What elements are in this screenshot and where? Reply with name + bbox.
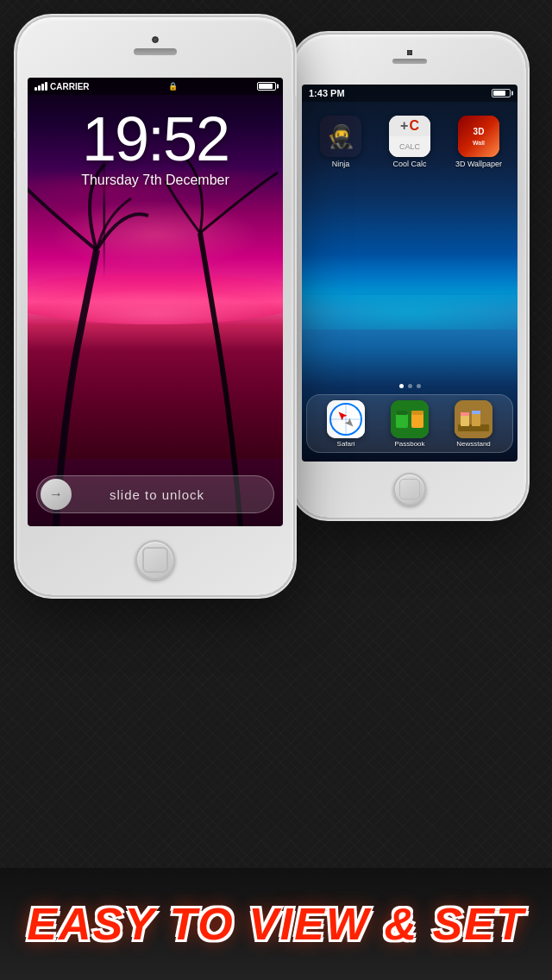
dock-newsstand-label: Newsstand	[456, 440, 491, 448]
speaker-front	[134, 48, 177, 55]
hs-battery-area	[492, 89, 511, 97]
dock-safari-icon[interactable]	[327, 400, 365, 438]
phone-shell-back: 1:43 PM 🥷 Ninja	[293, 35, 526, 518]
volume-down-button[interactable]	[14, 138, 17, 162]
power-button[interactable]	[293, 95, 297, 121]
volume-up-button[interactable]	[14, 108, 17, 132]
svg-rect-18	[461, 412, 469, 416]
dock: Safari Passbo	[306, 394, 513, 453]
dock-newsstand-icon[interactable]	[455, 400, 492, 438]
page-dot-1	[399, 384, 404, 388]
svg-text:3D: 3D	[474, 127, 485, 136]
lockscreen-time: 19:52	[28, 104, 283, 174]
app-coolcalc-wrap[interactable]: + C CALC Cool Calc	[386, 116, 434, 168]
coolcalc-inner: + C CALC	[389, 116, 430, 157]
app-3dwallpaper-label: 3D Wallpaper	[455, 160, 502, 168]
dock-passbook-wrap[interactable]: Passbook	[391, 400, 429, 448]
lockscreen-status-bar: CARRIER 🔒	[28, 78, 283, 95]
hs-battery-icon	[492, 89, 511, 97]
homescreen: 1:43 PM 🥷 Ninja	[302, 85, 518, 462]
app-coolcalc-label: Cool Calc	[392, 160, 426, 168]
app-ninja-icon[interactable]: 🥷	[320, 116, 361, 157]
app-icons-row: 🥷 Ninja + C CALC	[302, 109, 518, 175]
homescreen-screen: 1:43 PM 🥷 Ninja	[302, 85, 518, 462]
calc-bottom: CALC	[389, 136, 430, 157]
wallpaper-icon-svg: 3D Wall	[458, 116, 499, 157]
battery-fill	[259, 84, 273, 89]
lockscreen-screen: CARRIER 🔒 19:52 Thursday 7th December →	[28, 78, 283, 526]
svg-rect-12	[396, 411, 408, 415]
battery-icon	[257, 82, 276, 91]
home-button-back[interactable]	[393, 473, 426, 506]
signal-bars	[34, 82, 47, 91]
dock-safari-label: Safari	[337, 440, 355, 448]
lockscreen: CARRIER 🔒 19:52 Thursday 7th December →	[28, 78, 283, 526]
page-dot-3	[417, 384, 421, 388]
app-ninja-wrap[interactable]: 🥷 Ninja	[317, 116, 365, 168]
home-button-front[interactable]	[135, 540, 175, 580]
phone-shell-front: CARRIER 🔒 19:52 Thursday 7th December →	[17, 17, 293, 595]
hs-battery-fill	[493, 91, 505, 96]
newsstand-svg	[455, 400, 492, 438]
svg-rect-0	[458, 116, 499, 157]
home-button-inner-back	[399, 479, 420, 499]
slide-arrow: →	[41, 479, 72, 510]
app-3dwallpaper-icon[interactable]: 3D Wall	[458, 116, 499, 157]
hs-time: 1:43 PM	[309, 88, 345, 98]
homescreen-status-bar: 1:43 PM	[302, 85, 518, 102]
camera-front	[152, 36, 159, 43]
app-coolcalc-icon[interactable]: + C CALC	[389, 116, 430, 157]
lock-icon: 🔒	[168, 82, 178, 91]
home-button-inner-front	[142, 547, 168, 573]
camera-back	[407, 50, 412, 55]
dock-safari-wrap[interactable]: Safari	[327, 400, 365, 448]
ls-horizon-glow	[28, 273, 283, 324]
battery-area	[257, 82, 276, 91]
carrier-text: CARRIER	[50, 82, 90, 91]
dock-passbook-label: Passbook	[394, 440, 424, 448]
safari-svg	[327, 400, 365, 438]
svg-text:Wall: Wall	[473, 140, 485, 146]
phone-lockscreen: CARRIER 🔒 19:52 Thursday 7th December →	[17, 17, 302, 604]
ls-water	[28, 324, 283, 459]
svg-rect-13	[411, 411, 423, 415]
dock-passbook-icon[interactable]	[391, 400, 429, 438]
svg-rect-19	[472, 411, 480, 414]
carrier-signal: CARRIER	[34, 82, 90, 91]
page-dot-2	[408, 384, 412, 388]
bottom-banner: EASY TO VIEW & SET	[0, 868, 552, 980]
app-3dwallpaper-wrap[interactable]: 3D Wall 3D Wallpaper	[455, 116, 503, 168]
ninja-emoji: 🥷	[327, 123, 354, 150]
phone-top-front	[134, 36, 177, 55]
passbook-svg	[391, 400, 429, 438]
page-dots	[302, 384, 518, 388]
app-ninja-label: Ninja	[332, 160, 350, 168]
banner-text: EASY TO VIEW & SET	[27, 898, 524, 950]
lockscreen-date: Thursday 7th December	[28, 173, 283, 188]
speaker-back	[392, 59, 427, 64]
slide-to-unlock[interactable]: → slide to unlock	[36, 475, 274, 513]
slide-text: slide to unlock	[72, 487, 242, 502]
mute-button[interactable]	[14, 82, 17, 97]
dock-newsstand-wrap[interactable]: Newsstand	[455, 400, 492, 448]
phone-homescreen: 1:43 PM 🥷 Ninja	[293, 35, 535, 526]
calc-top: + C	[389, 116, 430, 136]
